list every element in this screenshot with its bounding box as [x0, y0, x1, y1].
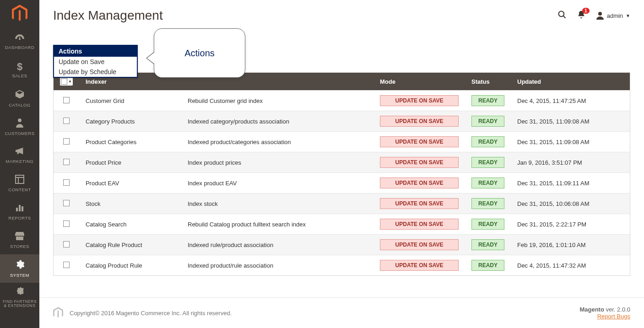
layout-icon — [15, 175, 24, 186]
user-label: admin — [607, 12, 623, 19]
column-header-updated[interactable]: Updated — [511, 73, 630, 91]
row-checkbox[interactable] — [63, 220, 70, 227]
sidebar-item-label: CUSTOMERS — [5, 131, 34, 136]
indexer-grid: ▼ Indexer Mode Status Updated Customer G… — [53, 72, 630, 276]
cell-status: READY — [465, 132, 511, 152]
table-row: StockIndex stockUPDATE ON SAVEREADYDec 3… — [54, 194, 630, 214]
table-row: Product EAVIndex product EAVUPDATE ON SA… — [54, 173, 630, 194]
row-checkbox[interactable] — [63, 241, 70, 247]
gear-icon — [15, 259, 25, 271]
page-footer: Copyright© 2016 Magento Commerce Inc. Al… — [39, 297, 644, 328]
status-badge: READY — [471, 198, 504, 209]
user-menu[interactable]: admin ▼ — [596, 11, 630, 20]
column-header-status[interactable]: Status — [465, 73, 511, 91]
mode-badge: UPDATE ON SAVE — [380, 219, 459, 230]
row-checkbox[interactable] — [63, 179, 70, 186]
cell-updated: Dec 4, 2015, 11:47:32 AM — [511, 255, 630, 276]
notifications-icon[interactable]: 1 — [577, 10, 586, 22]
sidebar-item-label: CATALOG — [9, 103, 31, 108]
actions-dropdown[interactable]: Actions Update on Save Update by Schedul… — [53, 45, 138, 78]
table-row: Catalog Rule ProductIndexed rule/product… — [54, 235, 630, 255]
footer-copyright: Copyright© 2016 Magento Commerce Inc. Al… — [70, 310, 232, 317]
sidebar-item-label: MARKETING — [6, 159, 34, 164]
magento-logo-icon — [12, 5, 27, 23]
page-title: Index Management — [53, 8, 163, 23]
mode-badge: UPDATE ON SAVE — [380, 157, 459, 168]
megaphone-icon — [15, 146, 25, 157]
sidebar-item-label: REPORTS — [8, 216, 31, 220]
column-header-mode[interactable]: Mode — [373, 73, 465, 91]
sidebar-item-label: CONTENT — [8, 188, 31, 192]
cell-updated: Feb 19, 2016, 1:01:10 AM — [511, 235, 630, 255]
cell-description: Indexed product/rule association — [181, 255, 373, 276]
admin-sidebar: DASHBOARD $ SALES CATALOG CUSTOMERS MARK… — [0, 0, 39, 328]
cell-description: Indexed category/products association — [181, 111, 373, 132]
actions-option-update-by-schedule[interactable]: Update by Schedule — [54, 67, 137, 77]
cell-description: Index stock — [181, 194, 373, 214]
status-badge: READY — [471, 239, 504, 250]
mode-badge: UPDATE ON SAVE — [380, 198, 459, 209]
cell-mode: UPDATE ON SAVE — [373, 194, 465, 214]
sidebar-item-partners[interactable]: FIND PARTNERS & EXTENSIONS — [0, 283, 39, 311]
sidebar-item-system[interactable]: SYSTEM — [0, 254, 39, 283]
magento-logo[interactable] — [0, 0, 39, 27]
row-checkbox[interactable] — [63, 200, 70, 206]
row-checkbox[interactable] — [63, 138, 70, 145]
mode-badge: UPDATE ON SAVE — [380, 239, 459, 250]
cell-indexer: Product Price — [79, 152, 181, 173]
mode-badge: UPDATE ON SAVE — [380, 116, 459, 127]
sidebar-item-dashboard[interactable]: DASHBOARD — [0, 27, 39, 56]
sidebar-item-reports[interactable]: REPORTS — [0, 198, 39, 226]
status-badge: READY — [471, 177, 504, 188]
actions-callout: Actions — [154, 28, 245, 78]
sidebar-item-sales[interactable]: $ SALES — [0, 56, 39, 84]
sidebar-item-marketing[interactable]: MARKETING — [0, 141, 39, 169]
cell-status: READY — [465, 235, 511, 255]
notification-count-badge: 1 — [582, 8, 590, 14]
mode-badge: UPDATE ON SAVE — [380, 177, 459, 188]
report-bugs-link[interactable]: Report Bugs — [597, 313, 630, 320]
sidebar-item-label: SALES — [12, 74, 27, 78]
svg-point-7 — [558, 11, 564, 16]
sidebar-item-content[interactable]: CONTENT — [0, 169, 39, 198]
actions-option-update-on-save[interactable]: Update on Save — [54, 57, 137, 67]
cell-description: Index product prices — [181, 152, 373, 173]
cell-status: READY — [465, 152, 511, 173]
status-badge: READY — [471, 95, 504, 106]
row-checkbox[interactable] — [63, 118, 70, 124]
cell-status: READY — [465, 91, 511, 111]
svg-point-0 — [18, 118, 22, 122]
header-actions: 1 admin ▼ — [557, 10, 630, 22]
sidebar-item-customers[interactable]: CUSTOMERS — [0, 113, 39, 141]
cell-indexer: Stock — [79, 194, 181, 214]
cell-mode: UPDATE ON SAVE — [373, 214, 465, 235]
puzzle-icon — [15, 286, 25, 298]
cell-description: Indexed product/categories association — [181, 132, 373, 152]
svg-point-9 — [598, 12, 602, 16]
sidebar-item-label: DASHBOARD — [5, 45, 35, 50]
row-checkbox[interactable] — [63, 159, 70, 165]
select-all-checkbox[interactable] — [61, 78, 67, 85]
row-checkbox[interactable] — [63, 97, 70, 103]
row-checkbox[interactable] — [63, 262, 70, 268]
cell-indexer: Product Categories — [79, 132, 181, 152]
svg-rect-5 — [19, 205, 21, 211]
search-icon[interactable] — [557, 10, 567, 22]
footer-brand: Magento — [579, 306, 604, 313]
cell-updated: Dec 31, 2015, 10:06:08 AM — [511, 194, 630, 214]
cell-mode: UPDATE ON SAVE — [373, 255, 465, 276]
mode-badge: UPDATE ON SAVE — [380, 95, 459, 106]
cell-mode: UPDATE ON SAVE — [373, 235, 465, 255]
footer-version: ver. 2.0.0 — [604, 306, 630, 313]
sidebar-item-stores[interactable]: STORES — [0, 226, 39, 254]
sidebar-item-catalog[interactable]: CATALOG — [0, 84, 39, 113]
storefront-icon — [15, 231, 25, 242]
magento-logo-icon — [53, 307, 63, 319]
cell-indexer: Customer Grid — [79, 91, 181, 111]
cell-mode: UPDATE ON SAVE — [373, 173, 465, 194]
table-row: Catalog Product RuleIndexed product/rule… — [54, 255, 630, 276]
actions-dropdown-header: Actions — [54, 46, 137, 57]
chevron-down-icon: ▼ — [626, 13, 630, 18]
status-badge: READY — [471, 157, 504, 168]
cell-status: READY — [465, 111, 511, 132]
